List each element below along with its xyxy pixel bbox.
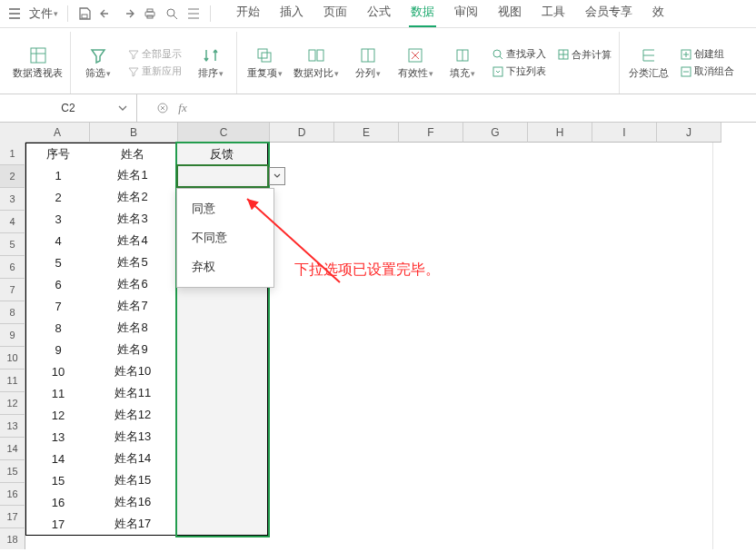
tab-视图[interactable]: 视图 bbox=[496, 0, 523, 27]
table-cell[interactable] bbox=[176, 164, 268, 187]
cell[interactable] bbox=[458, 208, 522, 231]
column-header[interactable]: H bbox=[528, 123, 592, 143]
dropdown-option[interactable]: 不同意 bbox=[177, 223, 274, 252]
table-cell[interactable] bbox=[176, 448, 268, 470]
undo-icon[interactable] bbox=[95, 3, 117, 25]
table-cell[interactable]: 11 bbox=[25, 382, 91, 405]
cell[interactable] bbox=[522, 360, 586, 383]
validity-button[interactable]: 有效性▾ bbox=[397, 46, 433, 80]
split-button[interactable]: 分列▾ bbox=[350, 46, 386, 80]
row-header[interactable]: 12 bbox=[0, 392, 25, 415]
validation-dropdown-handle[interactable] bbox=[269, 167, 285, 185]
dropdown-option[interactable]: 同意 bbox=[177, 194, 274, 223]
cell[interactable] bbox=[522, 339, 586, 361]
filter-button[interactable]: 筛选▾ bbox=[80, 46, 116, 80]
cell[interactable] bbox=[585, 535, 650, 549]
cell[interactable] bbox=[331, 448, 395, 470]
tab-数据[interactable]: 数据 bbox=[409, 0, 436, 27]
cell[interactable] bbox=[458, 295, 522, 318]
cell[interactable] bbox=[267, 491, 332, 514]
cell[interactable] bbox=[649, 404, 713, 427]
column-header[interactable]: G bbox=[463, 123, 528, 143]
cell[interactable] bbox=[394, 382, 459, 405]
table-cell[interactable] bbox=[176, 491, 268, 514]
table-cell[interactable]: 姓名9 bbox=[89, 339, 177, 361]
column-header[interactable]: F bbox=[399, 123, 463, 143]
cell[interactable] bbox=[267, 360, 332, 383]
header-cell[interactable]: 序号 bbox=[25, 143, 91, 166]
cell[interactable] bbox=[522, 230, 586, 252]
cell[interactable] bbox=[458, 491, 522, 514]
cell[interactable] bbox=[267, 143, 332, 165]
cell[interactable] bbox=[331, 339, 395, 361]
cell[interactable] bbox=[649, 513, 713, 536]
table-cell[interactable] bbox=[176, 295, 268, 318]
cell[interactable] bbox=[585, 143, 650, 165]
cell[interactable] bbox=[585, 360, 650, 383]
cell[interactable] bbox=[331, 404, 395, 427]
row-header[interactable]: 5 bbox=[0, 233, 25, 256]
cell[interactable] bbox=[394, 535, 459, 549]
cell[interactable] bbox=[331, 513, 395, 536]
save-icon[interactable] bbox=[74, 3, 95, 25]
tab-插入[interactable]: 插入 bbox=[278, 0, 305, 27]
cell[interactable] bbox=[267, 317, 332, 340]
column-header[interactable]: B bbox=[90, 123, 178, 143]
tab-开始[interactable]: 开始 bbox=[234, 0, 262, 27]
table-cell[interactable]: 3 bbox=[25, 208, 91, 231]
cell[interactable] bbox=[522, 448, 586, 470]
cell[interactable] bbox=[394, 143, 459, 165]
table-cell[interactable]: 姓名5 bbox=[89, 251, 177, 274]
cell[interactable] bbox=[267, 230, 332, 252]
table-cell[interactable]: 4 bbox=[25, 230, 91, 252]
cell[interactable] bbox=[522, 208, 586, 231]
cell[interactable] bbox=[458, 186, 522, 209]
cell[interactable] bbox=[267, 208, 332, 231]
tab-公式[interactable]: 公式 bbox=[365, 0, 393, 27]
column-header[interactable]: D bbox=[270, 123, 334, 143]
cell[interactable] bbox=[649, 295, 713, 318]
cell[interactable] bbox=[267, 382, 332, 405]
table-cell[interactable]: 17 bbox=[25, 513, 91, 536]
column-header[interactable]: I bbox=[592, 123, 657, 143]
table-cell[interactable]: 姓名3 bbox=[89, 208, 177, 231]
cell[interactable] bbox=[267, 339, 332, 361]
cell[interactable] bbox=[458, 382, 522, 405]
tab-审阅[interactable]: 审阅 bbox=[453, 0, 480, 27]
dropdown-list-button[interactable]: 下拉列表 bbox=[492, 64, 546, 78]
cell[interactable] bbox=[394, 230, 459, 252]
cell[interactable] bbox=[649, 360, 713, 383]
fill-button[interactable]: 填充▾ bbox=[444, 46, 481, 80]
cell[interactable] bbox=[331, 382, 395, 405]
tab-工具[interactable]: 工具 bbox=[540, 0, 567, 27]
cell[interactable] bbox=[458, 273, 522, 296]
cell[interactable] bbox=[649, 448, 713, 470]
cell[interactable] bbox=[522, 535, 586, 549]
cell[interactable] bbox=[394, 426, 459, 448]
row-header[interactable]: 18 bbox=[0, 528, 25, 549]
cell[interactable] bbox=[331, 317, 395, 340]
cell[interactable] bbox=[585, 164, 650, 187]
cell[interactable] bbox=[394, 404, 459, 427]
table-cell[interactable]: 7 bbox=[25, 295, 91, 318]
redo-icon[interactable] bbox=[117, 3, 139, 25]
cell[interactable] bbox=[458, 360, 522, 383]
row-header[interactable]: 7 bbox=[0, 279, 25, 301]
file-menu[interactable]: 文件 ▾ bbox=[25, 3, 62, 25]
column-header[interactable]: A bbox=[25, 123, 90, 143]
cell[interactable] bbox=[458, 143, 522, 165]
row-header[interactable]: 11 bbox=[0, 370, 25, 392]
cell[interactable] bbox=[394, 339, 459, 361]
cell[interactable] bbox=[458, 317, 522, 340]
cell[interactable] bbox=[522, 317, 586, 340]
cell[interactable] bbox=[585, 186, 650, 209]
table-cell[interactable] bbox=[176, 317, 268, 340]
table-cell[interactable] bbox=[176, 382, 268, 405]
cell[interactable] bbox=[649, 251, 713, 274]
cell[interactable] bbox=[522, 513, 586, 536]
cell[interactable] bbox=[649, 382, 713, 405]
cell[interactable] bbox=[394, 295, 459, 318]
pivot-table-button[interactable]: 数据透视表 bbox=[13, 46, 63, 80]
cell[interactable] bbox=[267, 469, 332, 492]
table-cell[interactable]: 姓名16 bbox=[89, 491, 177, 514]
